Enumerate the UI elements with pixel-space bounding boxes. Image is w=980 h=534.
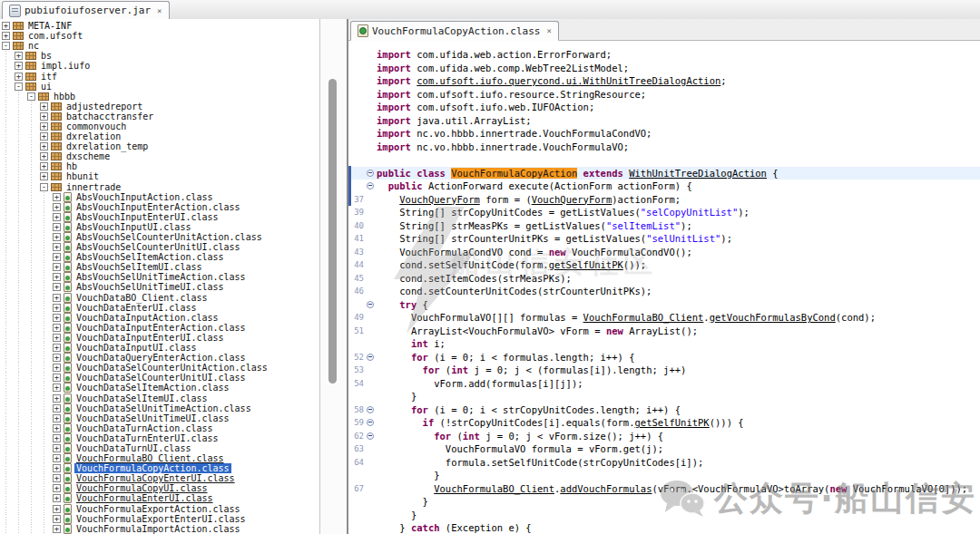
tree-item-VouchDataInputEnterAction.class[interactable]: +VouchDataInputEnterAction.class bbox=[0, 323, 319, 333]
expand-toggle-icon[interactable]: + bbox=[53, 314, 61, 322]
tree-item-com.ufsoft[interactable]: +com.ufsoft bbox=[0, 31, 319, 41]
expand-toggle-icon[interactable]: + bbox=[2, 22, 10, 30]
code-line[interactable]: } bbox=[348, 495, 980, 509]
tree-item-VouchFormulaCopyEnterUI.class[interactable]: +VouchFormulaCopyEnterUI.class bbox=[0, 473, 319, 483]
tree-item-hbunit[interactable]: +hbunit bbox=[0, 171, 319, 181]
code-line[interactable]: } bbox=[348, 390, 980, 403]
code-line[interactable]: 64 formula.setSelfUnitCode(strCopyUnitCo… bbox=[348, 456, 980, 470]
expand-toggle-icon[interactable]: + bbox=[40, 102, 48, 111]
code-line[interactable]: 58 for (i = 0; i < strCopyUnitCodes.leng… bbox=[348, 403, 980, 417]
code-line[interactable]: public class VouchFormulaCopyAction exte… bbox=[348, 167, 980, 180]
close-icon[interactable]: × bbox=[157, 6, 162, 15]
tree-item-VouchDataQueryEnterAction.class[interactable]: +VouchDataQueryEnterAction.class bbox=[0, 353, 319, 363]
tree-item-impl.iufo[interactable]: +impl.iufo bbox=[0, 61, 319, 71]
tree-scrollbar-thumb[interactable] bbox=[328, 79, 337, 384]
tree-item-ui[interactable]: -ui bbox=[0, 82, 319, 92]
tree-item-VouchDataInputAction.class[interactable]: +VouchDataInputAction.class bbox=[0, 313, 319, 323]
expand-toggle-icon[interactable]: + bbox=[53, 324, 61, 332]
code-line[interactable]: import com.ufsoft.iufo.web.IUFOAction; bbox=[348, 101, 980, 114]
fold-collapse-icon[interactable] bbox=[364, 351, 377, 364]
tree-item-VouchDataSelItemAction.class[interactable]: +VouchDataSelItemAction.class bbox=[0, 383, 319, 393]
collapse-toggle-icon[interactable]: - bbox=[40, 183, 48, 191]
expand-toggle-icon[interactable]: + bbox=[15, 73, 23, 81]
tree-item-AbsVouchSelUnitTimeUI.class[interactable]: +AbsVouchSelUnitTimeUI.class bbox=[0, 282, 319, 292]
code-line[interactable]: public ActionForward execute(ActionForm … bbox=[348, 180, 980, 193]
expand-toggle-icon[interactable]: + bbox=[40, 152, 48, 160]
tab-class-file[interactable]: VouchFormulaCopyAction.class × bbox=[350, 21, 559, 41]
expand-toggle-icon[interactable]: + bbox=[53, 304, 61, 312]
expand-toggle-icon[interactable]: + bbox=[53, 294, 61, 302]
tree-item-VouchFormulaCopyAction.class[interactable]: +VouchFormulaCopyAction.class bbox=[0, 463, 319, 473]
expand-toggle-icon[interactable]: + bbox=[40, 112, 48, 121]
code-line[interactable]: 46 cond.setCounterUnitCodes(strCounterUn… bbox=[348, 285, 980, 298]
expand-toggle-icon[interactable]: + bbox=[53, 364, 61, 372]
tree-item-VouchFormulaBO_Client.class[interactable]: +VouchFormulaBO_Client.class bbox=[0, 453, 319, 463]
close-icon[interactable]: × bbox=[546, 26, 551, 35]
expand-toggle-icon[interactable]: + bbox=[53, 484, 61, 492]
code-line[interactable]: } bbox=[348, 469, 980, 482]
expand-toggle-icon[interactable]: + bbox=[53, 494, 61, 502]
expand-toggle-icon[interactable]: + bbox=[53, 464, 61, 472]
tree-item-VouchFormulaCopyUI.class[interactable]: +VouchFormulaCopyUI.class bbox=[0, 483, 319, 493]
expand-toggle-icon[interactable]: + bbox=[53, 515, 61, 523]
tree-item-VouchDataTurnEnterUI.class[interactable]: +VouchDataTurnEnterUI.class bbox=[0, 433, 319, 443]
tree-item-VouchDataInputEnterUI.class[interactable]: +VouchDataInputEnterUI.class bbox=[0, 333, 319, 343]
expand-toggle-icon[interactable]: + bbox=[53, 505, 61, 513]
collapse-toggle-icon[interactable]: - bbox=[27, 92, 35, 101]
expand-toggle-icon[interactable]: + bbox=[53, 394, 61, 403]
fold-collapse-icon[interactable] bbox=[364, 298, 377, 312]
tree-item-dxscheme[interactable]: +dxscheme bbox=[0, 151, 319, 161]
expand-toggle-icon[interactable]: + bbox=[40, 162, 48, 170]
tree-item-VouchDataInputUI.class[interactable]: +VouchDataInputUI.class bbox=[0, 343, 319, 353]
tree-item-VouchFormulaExportEnterUI.class[interactable]: +VouchFormulaExportEnterUI.class bbox=[0, 514, 319, 524]
expand-toggle-icon[interactable]: + bbox=[53, 384, 61, 392]
expand-toggle-icon[interactable]: + bbox=[53, 223, 61, 231]
code-line[interactable]: 40 String[] strMeasPKs = getListValues("… bbox=[348, 219, 980, 233]
code-line[interactable]: 39 String[] strCopyUnitCodes = getListVa… bbox=[348, 206, 980, 219]
code-line[interactable]: import com.ufida.web.action.ErrorForward… bbox=[348, 48, 980, 62]
tree-item-innertrade[interactable]: -innertrade bbox=[0, 182, 319, 192]
expand-toggle-icon[interactable]: + bbox=[53, 243, 61, 251]
code-editor[interactable]: import com.ufida.web.action.ErrorForward… bbox=[348, 41, 980, 534]
expand-toggle-icon[interactable]: + bbox=[40, 172, 48, 180]
tree-item-adjustedreport[interactable]: +adjustedreport bbox=[0, 102, 319, 112]
tree-scrollbar[interactable] bbox=[320, 19, 347, 534]
fold-collapse-icon[interactable] bbox=[364, 180, 377, 193]
code-line[interactable]: int i; bbox=[348, 337, 980, 351]
expand-toggle-icon[interactable]: + bbox=[40, 142, 48, 150]
tree-item-VouchFormulaImportAction.class[interactable]: +VouchFormulaImportAction.class bbox=[0, 524, 319, 534]
expand-toggle-icon[interactable]: + bbox=[2, 32, 10, 40]
code-line[interactable]: 62 for (int j = 0; j < vForm.size(); j++… bbox=[348, 430, 980, 443]
code-line[interactable]: import com.ufsoft.iufo.resource.StringRe… bbox=[348, 88, 980, 102]
expand-toggle-icon[interactable]: + bbox=[53, 263, 61, 271]
expand-toggle-icon[interactable]: + bbox=[53, 344, 61, 352]
tree-item-AbsVouchInputEnterAction.class[interactable]: +AbsVouchInputEnterAction.class bbox=[0, 202, 319, 212]
code-line[interactable]: 41 String[] strCounterUnitPKs = getListV… bbox=[348, 232, 980, 246]
tree-item-VouchDataTurnAction.class[interactable]: +VouchDataTurnAction.class bbox=[0, 423, 319, 433]
expand-toggle-icon[interactable]: + bbox=[53, 233, 61, 241]
expand-toggle-icon[interactable]: + bbox=[40, 132, 48, 141]
tree-item-nc[interactable]: -nc bbox=[0, 41, 319, 51]
tree-item-bs[interactable]: +bs bbox=[0, 51, 319, 61]
expand-toggle-icon[interactable]: + bbox=[53, 334, 61, 342]
fold-collapse-icon[interactable] bbox=[364, 167, 377, 180]
tab-jar-file[interactable]: pubiufoiufoserver.jar × bbox=[2, 1, 170, 20]
tree-item-VouchDataSelItemUI.class[interactable]: +VouchDataSelItemUI.class bbox=[0, 393, 319, 403]
tree-item-AbsVouchInputEnterUI.class[interactable]: +AbsVouchInputEnterUI.class bbox=[0, 212, 319, 222]
tree-item-VouchDataSelUnitTimeUI.class[interactable]: +VouchDataSelUnitTimeUI.class bbox=[0, 413, 319, 423]
code-line[interactable]: 49 VouchFormulaVO[][] formulas = VouchFo… bbox=[348, 311, 980, 325]
code-line[interactable]: 59 if (!strCopyUnitCodes[i].equals(form.… bbox=[348, 416, 980, 430]
collapse-toggle-icon[interactable]: - bbox=[15, 83, 23, 91]
code-line[interactable]: } bbox=[348, 509, 980, 522]
tree-item-VouchDataSelUnitTimeAction.class[interactable]: +VouchDataSelUnitTimeAction.class bbox=[0, 403, 319, 413]
code-line[interactable]: 67 VouchFormulaBO_Client.addVouchFormula… bbox=[348, 482, 980, 496]
code-line[interactable]: 51 ArrayList<VouchFormulaVO> vForm = new… bbox=[348, 325, 980, 338]
tree-item-dxrelation_temp[interactable]: +dxrelation_temp bbox=[0, 141, 319, 151]
tree-item-VouchDataBO_Client.class[interactable]: +VouchDataBO_Client.class bbox=[0, 293, 319, 303]
expand-toggle-icon[interactable]: + bbox=[53, 444, 61, 452]
code-line[interactable]: 54 vForm.add(formulas[i][j]); bbox=[348, 377, 980, 391]
expand-toggle-icon[interactable]: + bbox=[53, 253, 61, 261]
fold-collapse-icon[interactable] bbox=[364, 416, 377, 430]
fold-collapse-icon[interactable] bbox=[364, 430, 377, 443]
tree-item-VouchDataSelCounterUnitUI.class[interactable]: +VouchDataSelCounterUnitUI.class bbox=[0, 373, 319, 383]
